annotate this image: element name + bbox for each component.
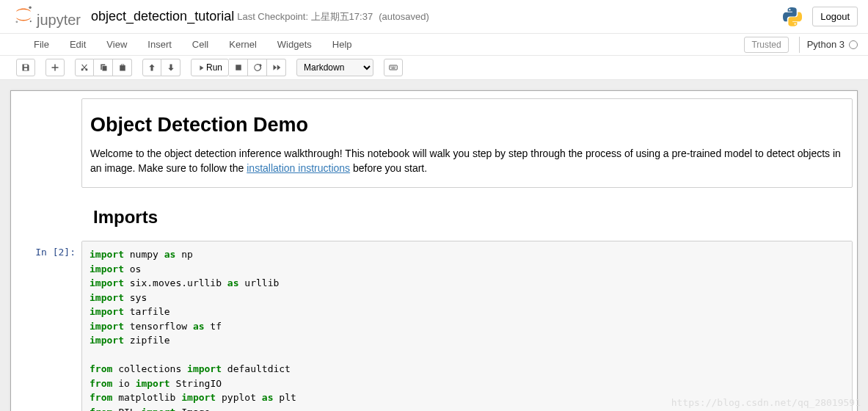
svg-point-2: [30, 21, 32, 22]
svg-rect-4: [390, 65, 398, 70]
copy-icon: [99, 63, 108, 72]
svg-rect-7: [393, 67, 394, 68]
markdown-cell[interactable]: Object Detection Demo Welcome to the obj…: [15, 95, 853, 191]
move-group: [142, 59, 180, 76]
move-down-button[interactable]: [161, 59, 180, 76]
svg-rect-6: [392, 67, 393, 68]
kernel-name-label: Python 3: [807, 39, 845, 50]
intro-text-after: before you start.: [350, 162, 427, 174]
save-icon: [21, 63, 30, 72]
intro-paragraph: Welcome to the object detection inferenc…: [90, 147, 842, 175]
svg-rect-8: [395, 67, 395, 68]
paste-button[interactable]: [113, 59, 132, 76]
copy-button[interactable]: [94, 59, 113, 76]
svg-rect-9: [391, 68, 395, 68]
restart-button[interactable]: [248, 59, 267, 76]
notebook-container: Object Detection Demo Welcome to the obj…: [10, 90, 858, 411]
menu-help[interactable]: Help: [322, 34, 362, 54]
svg-point-1: [16, 21, 18, 23]
notebook-name[interactable]: object_detection_tutorial: [91, 9, 234, 24]
command-palette-button[interactable]: [384, 59, 403, 76]
kernel-idle-icon: [849, 40, 858, 49]
menu-file[interactable]: File: [23, 34, 59, 54]
prompt-area: [15, 98, 81, 188]
kernel-indicator[interactable]: Python 3: [799, 37, 858, 53]
cell-input-area: Imports: [81, 194, 853, 235]
keyboard-icon: [389, 63, 398, 72]
menubar-right: Trusted Python 3: [744, 37, 862, 53]
menu-edit[interactable]: Edit: [59, 34, 96, 54]
stop-icon: [234, 63, 243, 72]
arrow-up-icon: [147, 63, 156, 72]
logout-button[interactable]: Logout: [812, 7, 858, 26]
restart-run-all-button[interactable]: [267, 59, 286, 76]
cell-input-area: import numpy as np import os import six.…: [81, 241, 853, 411]
fast-forward-icon: [272, 63, 281, 72]
paste-icon: [118, 63, 127, 72]
markdown-cell[interactable]: Imports: [15, 191, 853, 238]
interrupt-button[interactable]: [229, 59, 248, 76]
edit-group: [75, 59, 132, 76]
save-button[interactable]: [16, 59, 35, 76]
menu-insert[interactable]: Insert: [137, 34, 182, 54]
cell-input-area: Object Detection Demo Welcome to the obj…: [81, 98, 853, 188]
arrow-down-icon: [167, 63, 175, 72]
celltype-select[interactable]: CodeMarkdownRaw NBConvertHeading: [296, 59, 373, 76]
svg-rect-3: [236, 65, 241, 70]
heading-imports: Imports: [92, 207, 842, 228]
svg-point-0: [29, 6, 32, 9]
run-icon: [197, 65, 204, 71]
cut-button[interactable]: [75, 59, 94, 76]
plus-icon: [51, 63, 59, 72]
move-up-button[interactable]: [142, 59, 161, 76]
checkpoint-label: Last Checkpoint: 上星期五17:37: [237, 10, 373, 23]
toolbar: Run CodeMarkdownRaw NBConvertHeading: [0, 56, 868, 80]
menu-view[interactable]: View: [96, 34, 137, 54]
menu-widgets[interactable]: Widgets: [267, 34, 322, 54]
header: jupyter object_detection_tutorial Last C…: [0, 0, 868, 34]
code-cell[interactable]: In [2]: import numpy as np import os imp…: [15, 238, 853, 411]
svg-rect-5: [390, 67, 391, 68]
jupyter-icon: [13, 4, 34, 25]
input-prompt: In [2]:: [15, 241, 81, 411]
jupyter-logo[interactable]: jupyter: [13, 4, 81, 29]
jupyter-logo-text: jupyter: [37, 12, 81, 29]
restart-icon: [253, 63, 262, 72]
intro-text-before: Welcome to the object detection inferenc…: [90, 148, 841, 174]
menubar: FileEditViewInsertCellKernelWidgetsHelp …: [0, 34, 868, 56]
menu-cell[interactable]: Cell: [182, 34, 219, 54]
scissors-icon: [80, 63, 89, 72]
run-button[interactable]: Run: [191, 59, 229, 76]
python-icon: [783, 7, 802, 26]
trusted-badge[interactable]: Trusted: [744, 37, 788, 53]
notebook-area: Object Detection Demo Welcome to the obj…: [0, 80, 868, 411]
menu-items: FileEditViewInsertCellKernelWidgetsHelp: [23, 34, 362, 54]
header-right: Logout: [783, 7, 858, 26]
code-editor[interactable]: import numpy as np import os import six.…: [82, 241, 852, 411]
run-label: Run: [206, 62, 222, 73]
heading-object-detection-demo: Object Detection Demo: [90, 114, 842, 137]
run-group: Run: [191, 59, 286, 76]
prompt-area: [15, 194, 81, 235]
autosave-label: (autosaved): [379, 11, 429, 22]
installation-link[interactable]: installation instructions: [247, 162, 350, 174]
menu-kernel[interactable]: Kernel: [219, 34, 267, 54]
add-cell-button[interactable]: [45, 59, 65, 76]
